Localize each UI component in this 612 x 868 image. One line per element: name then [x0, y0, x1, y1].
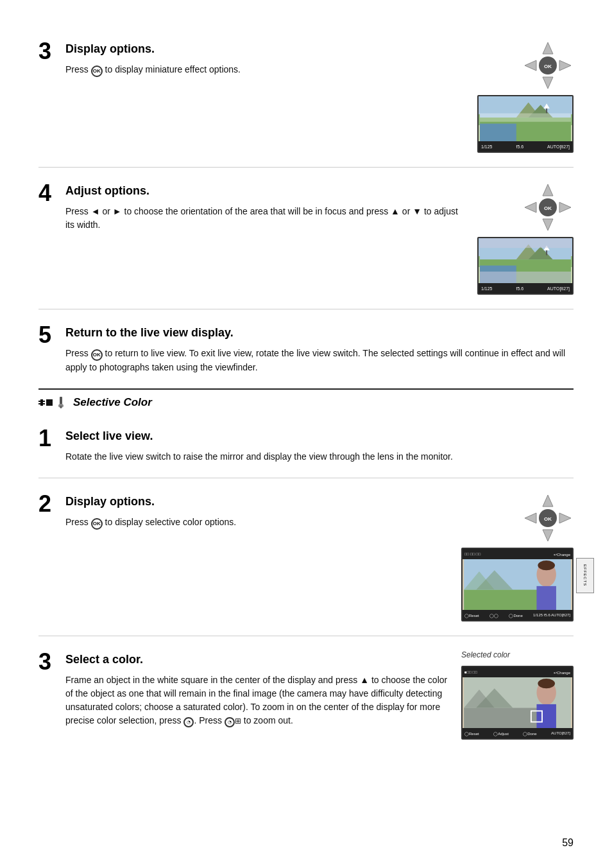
sc-step2-right: OK □□ □□ □□ ↩Change [461, 492, 574, 621]
sc-step3-scene [463, 677, 572, 728]
sc-step1-header: 1 Select live view. [38, 427, 574, 450]
svg-rect-27 [480, 238, 571, 248]
sc-topbar-icons: □□ □□ □□ [464, 552, 480, 556]
step3-title: Display options. [65, 42, 155, 56]
section-step5: 5 Return to the live view display. Press… [38, 309, 574, 388]
svg-rect-28 [480, 272, 571, 283]
svg-text:OK: OK [544, 64, 552, 69]
step3-landscape [479, 96, 572, 141]
selective-color-heading: Selective Color [38, 388, 574, 413]
svg-rect-54 [464, 708, 537, 728]
aperture-2: f5.6 [516, 286, 523, 291]
step3-header: 3 Display options. [38, 40, 466, 63]
step5-header: 5 Return to the live view display. [38, 324, 574, 347]
svg-marker-3 [559, 60, 571, 71]
step4-header: 4 Adjust options. [38, 182, 466, 205]
svg-rect-13 [480, 113, 571, 121]
iso-shots-2: AUTO[827] [547, 286, 570, 291]
sc-step2-statusbar: ◯Reset ◯◯ ◯Done 1/125 f5.6 AUTO[827] [463, 610, 572, 620]
svg-rect-49 [536, 586, 556, 610]
svg-point-50 [538, 560, 555, 570]
svg-marker-1 [543, 77, 553, 89]
step4-title: Adjust options. [65, 184, 149, 198]
sc-step2-left: 2 Display options. Press OK to display s… [38, 492, 450, 530]
step4-statusbar: 1/125 f5.6 AUTO[827] [479, 283, 572, 293]
sc-step1-body: Rotate the live view switch to raise the… [65, 450, 574, 464]
ok-icon-1: OK [91, 65, 103, 77]
step4-dpad: OK [522, 182, 574, 233]
sc-shots-3: AUTO[827] [551, 731, 570, 735]
sc-step3-right: Selected color ■□□ □□ ↩Change [461, 650, 574, 740]
sc-done-1: ◯Done [509, 613, 522, 618]
sc-scene-svg-3 [463, 677, 572, 728]
landscape-svg-1 [479, 96, 572, 141]
sc-reset-3: ◯Reset [464, 731, 479, 736]
page: 3 Display options. Press OK to display m… [0, 0, 612, 868]
svg-rect-26 [546, 250, 547, 256]
sc-step2-body: Press OK to display selective color opti… [65, 516, 450, 530]
step3-number: 3 [38, 40, 58, 63]
landscape-svg-2 [479, 238, 572, 283]
sc-step3-screen-wrap: ■□□ □□ ↩Change [461, 666, 574, 740]
step5-title: Return to the live view display. [65, 326, 234, 340]
step3-left: 3 Display options. Press OK to display m… [38, 40, 466, 77]
svg-text:OK: OK [544, 205, 552, 211]
svg-rect-32 [38, 402, 40, 403]
sc-step3-left: 3 Select a color. Frame an object in the… [38, 650, 450, 727]
heading-icons [38, 397, 67, 408]
svg-rect-31 [38, 399, 40, 401]
step3-right: OK □□ □□ ◯Done [477, 40, 574, 153]
sc-step2-screen-wrap: □□ □□ □□ ↩Change [461, 548, 574, 621]
selective-color-title: Selective Color [73, 396, 152, 409]
sc-step3-topbar: ■□□ □□ ↩Change [463, 667, 572, 677]
sc-section-step1: 1 Select live view. Rotate the live view… [38, 413, 574, 478]
step4-body: Press ◄ or ► to choose the orientation o… [65, 205, 466, 232]
step5-body: Press OK to return to live view. To exit… [65, 347, 574, 374]
sc-step2-screen: □□ □□ □□ ↩Change [461, 548, 574, 621]
sc-mid-1: ◯◯ [489, 613, 498, 618]
step3-screen: □□ □□ ◯Done [477, 95, 574, 153]
shutter-1: 1/125 [481, 144, 493, 149]
step5-number: 5 [38, 324, 58, 347]
svg-marker-14 [543, 184, 553, 196]
sc-adjust-3: ◯Adjust [493, 731, 509, 736]
sc3-topbar-change: ↩Change [554, 670, 570, 675]
sc-topbar-change: ↩Change [554, 552, 570, 557]
svg-rect-47 [464, 590, 537, 610]
sc-step2-scene [463, 559, 572, 610]
sc-shots-1: 1/125 f5.6 AUTO[827] [533, 613, 570, 617]
step4-number: 4 [38, 182, 58, 205]
sc-section-step2: 2 Display options. Press OK to display s… [38, 478, 574, 636]
step4-screen: □□ □□ ◯Done [477, 237, 574, 295]
svg-marker-0 [543, 42, 553, 54]
ok-icon-sc2: OK [91, 518, 103, 530]
svg-rect-33 [38, 404, 40, 406]
dpad-svg-1: OK [522, 40, 574, 91]
sc-reset-1: ◯Reset [464, 613, 479, 618]
sc-step1-left: 1 Select live view. Rotate the live view… [38, 427, 574, 464]
sc-step3-title: Select a color. [65, 653, 143, 666]
svg-point-57 [538, 679, 555, 688]
svg-rect-12 [546, 108, 547, 114]
sc-step3-number: 3 [38, 650, 58, 673]
zoom-icon-1: ◔ [183, 717, 194, 727]
svg-rect-35 [43, 402, 45, 403]
sc-step2-number: 2 [38, 492, 58, 516]
step3-statusbar: 1/125 f5.6 AUTO[827] [479, 141, 572, 152]
dpad-svg-2: OK [522, 182, 574, 233]
sc-step2-dpad: OK [522, 492, 574, 544]
step3-body: Press OK to display miniature effect opt… [65, 63, 466, 77]
page-number: 59 [562, 837, 574, 849]
effects-label: EFFECTS [583, 564, 587, 586]
svg-marker-2 [525, 60, 536, 71]
effects-tab[interactable]: EFFECTS [576, 558, 594, 593]
shutter-2: 1/125 [481, 286, 493, 291]
sc3-topbar-icons: ■□□ □□ [464, 670, 477, 674]
zoom-icon-2: ◔ [225, 717, 235, 727]
svg-marker-43 [559, 513, 571, 523]
step3-dpad: OK [522, 40, 574, 91]
brush-icon [55, 397, 67, 408]
sc-step1-title: Select live view. [65, 430, 153, 443]
svg-rect-36 [43, 404, 45, 406]
sc-step1-number: 1 [38, 427, 58, 450]
